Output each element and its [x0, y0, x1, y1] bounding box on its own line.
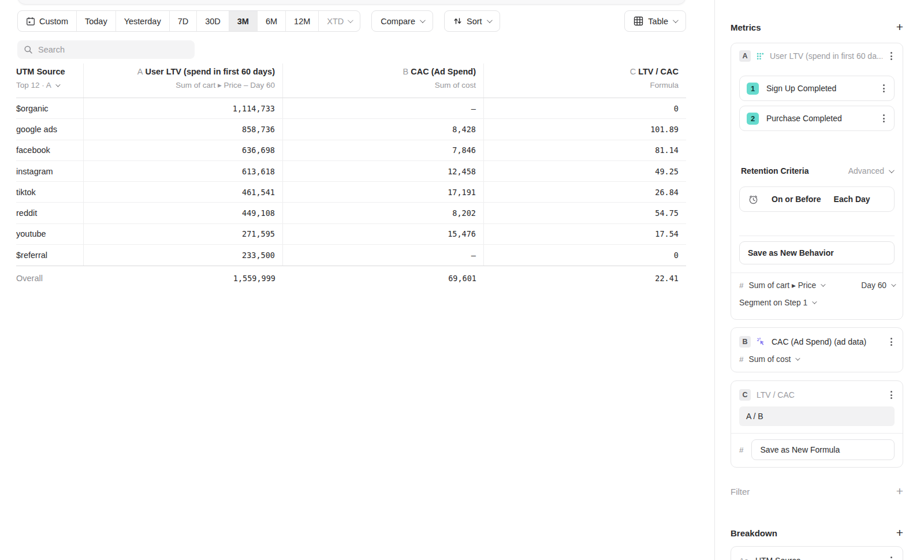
- range-3m-selected[interactable]: 3M: [229, 11, 258, 31]
- metric-b-title: CAC (Ad Spend) (ad data): [772, 337, 882, 346]
- row-ratio: 0: [674, 251, 679, 260]
- main-content: Custom Today Yesterday 7D 30D 3M 6M 12M …: [0, 0, 714, 560]
- row-source: youtube: [16, 229, 46, 238]
- row-source: tiktok: [16, 188, 36, 197]
- row-ratio: 17.54: [655, 229, 679, 238]
- save-as-new-behavior-button[interactable]: Save as New Behavior: [739, 241, 895, 264]
- chevron-down-icon: [812, 299, 817, 304]
- metric-a-header[interactable]: A User LTV (spend in first 60 da...: [739, 49, 895, 63]
- behavioral-metric-icon: [757, 53, 764, 60]
- row-source: $organic: [16, 104, 49, 113]
- retention-period[interactable]: Each Day: [834, 195, 870, 204]
- kebab-menu-icon[interactable]: [881, 82, 887, 95]
- chevron-down-icon: [889, 167, 895, 173]
- row-cac: 8,428: [452, 125, 476, 134]
- row-cac: –: [471, 104, 476, 113]
- save-as-new-formula-button[interactable]: Save as New Formula: [751, 439, 895, 460]
- column-header-ltv-cac[interactable]: C LTV / CAC Formula: [484, 64, 686, 98]
- date-range-segmented: Custom Today Yesterday 7D 30D 3M 6M 12M …: [17, 10, 360, 32]
- chevron-down-icon: [891, 282, 896, 286]
- compare-button[interactable]: Compare: [371, 10, 433, 32]
- chart-card-bottom-edge: [17, 0, 686, 5]
- insights-report-page: Custom Today Yesterday 7D 30D 3M 6M 12M …: [0, 0, 924, 560]
- table-body: $organic 1,114,733 – 0 google ads 858,73…: [16, 98, 686, 266]
- retention-condition-box[interactable]: On or Before Each Day: [739, 186, 895, 212]
- kebab-menu-icon[interactable]: [888, 335, 895, 348]
- table-grid-icon: [634, 16, 643, 26]
- column-header-utm-source[interactable]: UTM Source Top 12 · A: [16, 64, 84, 98]
- range-6m[interactable]: 6M: [258, 11, 286, 31]
- metric-c-header[interactable]: C LTV / CAC: [739, 388, 895, 402]
- sort-button[interactable]: Sort: [444, 10, 500, 32]
- kebab-menu-icon[interactable]: [888, 389, 895, 401]
- range-7d[interactable]: 7D: [170, 11, 198, 31]
- retention-mode-dropdown[interactable]: Advanced: [848, 166, 893, 176]
- column-header-user-ltv[interactable]: A User LTV (spend in first 60 days) Sum …: [84, 64, 283, 98]
- table-header-row: UTM Source Top 12 · A A User LTV (spend …: [16, 64, 686, 98]
- table-row: facebook 636,698 7,846 81.14: [16, 140, 686, 161]
- range-yesterday[interactable]: Yesterday: [116, 11, 170, 31]
- metric-letter-badge: A: [739, 50, 751, 62]
- row-ltv: 1,114,733: [233, 104, 275, 113]
- overall-cac: 69,601: [448, 274, 476, 283]
- kebab-menu-icon[interactable]: [881, 112, 887, 125]
- metric-letter-badge: B: [739, 336, 751, 348]
- table-row: youtube 271,595 15,476 17.54: [16, 224, 686, 245]
- metric-b-header[interactable]: B CAC (Ad Spend) (ad data): [739, 335, 895, 349]
- chevron-down-icon: [348, 17, 353, 23]
- add-breakdown-button[interactable]: +: [896, 528, 903, 538]
- row-source: $referral: [16, 251, 47, 260]
- range-12m[interactable]: 12M: [286, 11, 319, 31]
- step-number-badge: 2: [747, 113, 759, 125]
- overall-label: Overall: [16, 274, 43, 283]
- row-cac: 8,202: [452, 208, 476, 218]
- row-ratio: 54.75: [655, 208, 679, 218]
- retention-condition[interactable]: On or Before: [772, 195, 821, 204]
- row-ltv: 271,595: [242, 229, 275, 238]
- row-cac: 17,191: [448, 188, 476, 197]
- formula-input[interactable]: A / B: [739, 406, 895, 426]
- table-row: tiktok 461,541 17,191 26.84: [16, 182, 686, 203]
- search-input[interactable]: [38, 45, 188, 54]
- numeric-hash-icon: #: [739, 446, 744, 454]
- range-custom[interactable]: Custom: [18, 11, 77, 31]
- chevron-down-icon: [487, 17, 493, 23]
- retention-criteria-row: Retention Criteria Advanced: [739, 165, 895, 177]
- row-source: reddit: [16, 208, 37, 218]
- add-filter-button[interactable]: +: [896, 486, 903, 496]
- table-row: google ads 858,736 8,428 101.89: [16, 119, 686, 140]
- string-type-icon: Aa: [739, 557, 748, 560]
- row-ltv: 461,541: [242, 188, 275, 197]
- row-cac: 12,458: [448, 167, 476, 176]
- row-ratio: 81.14: [655, 145, 679, 155]
- row-ltv: 613,618: [242, 167, 275, 176]
- kebab-menu-icon[interactable]: [888, 50, 895, 62]
- toolbar: Custom Today Yesterday 7D 30D 3M 6M 12M …: [17, 10, 686, 32]
- metrics-title: Metrics: [731, 23, 761, 32]
- row-ltv: 636,698: [242, 145, 275, 155]
- metric-c-card: C LTV / CAC A / B # Save as New Formula: [731, 380, 903, 468]
- breakdown-item-utm-source[interactable]: Aa UTM Source: [731, 546, 903, 560]
- segment-on-step-dropdown[interactable]: Segment on Step 1: [739, 298, 815, 307]
- row-ltv: 449,108: [242, 208, 275, 218]
- row-ratio: 26.84: [655, 188, 679, 197]
- add-metric-button[interactable]: +: [896, 22, 903, 32]
- divider: [739, 236, 895, 236]
- range-xtd-dropdown[interactable]: XTD: [319, 11, 360, 31]
- aggregation-dropdown[interactable]: Sum of cart ▸ Price: [749, 281, 825, 290]
- kebab-menu-icon[interactable]: [888, 554, 895, 560]
- window-dropdown[interactable]: Day 60: [861, 281, 895, 290]
- aggregation-dropdown[interactable]: Sum of cost: [749, 355, 799, 364]
- divider: [731, 433, 903, 434]
- column-header-cac[interactable]: B CAC (Ad Spend) Sum of cost: [283, 64, 484, 98]
- range-today[interactable]: Today: [77, 11, 116, 31]
- step-2-purchase[interactable]: 2 Purchase Completed: [739, 106, 895, 131]
- row-ltv: 858,736: [242, 125, 275, 134]
- step-1-sign-up[interactable]: 1 Sign Up Completed: [739, 76, 895, 101]
- breakdown-label: Breakdown: [731, 528, 777, 538]
- chevron-down-icon: [420, 17, 426, 23]
- visualization-selector[interactable]: Table: [624, 10, 686, 32]
- segment-row: Segment on Step 1: [739, 296, 895, 309]
- row-source: google ads: [16, 125, 57, 134]
- range-30d[interactable]: 30D: [197, 11, 229, 31]
